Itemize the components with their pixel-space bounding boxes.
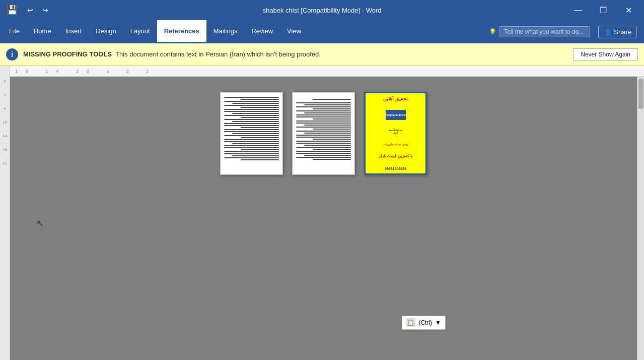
- undo-redo-area: ↩ ↪: [23, 3, 52, 17]
- tab-home[interactable]: Home: [27, 20, 58, 43]
- document-area: ↖: [10, 77, 637, 360]
- save-button[interactable]: 💾: [4, 2, 20, 18]
- notification-text: MISSING PROOFING TOOLS This document con…: [23, 50, 321, 58]
- info-icon: i: [6, 48, 18, 61]
- ad-price-text: با کمترین قیمت بازار: [379, 154, 412, 158]
- ad-page-content: تحقیق آنلاین Tahghighonline.ir مرجع دانل…: [366, 93, 425, 173]
- search-icon: 💡: [489, 28, 496, 35]
- undo-button[interactable]: ↩: [23, 3, 37, 17]
- vertical-scrollbar[interactable]: [637, 77, 644, 360]
- tab-review[interactable]: Review: [244, 20, 280, 43]
- paste-ctrl-label: (Ctrl): [418, 319, 432, 326]
- paste-options-popup: 📋 (Ctrl) ▼: [402, 316, 446, 330]
- mouse-cursor: ↖: [36, 218, 44, 229]
- ad-subtitle-1: مرجع دانلـــودفایل: [389, 128, 402, 134]
- tab-references[interactable]: References: [157, 20, 206, 43]
- page-thumbnail-1: [220, 92, 283, 175]
- main-area: 2 2 6 10 14 18 22 ↖: [0, 77, 644, 360]
- page-content-2: [293, 93, 354, 174]
- share-button[interactable]: 👤 Share: [598, 26, 637, 38]
- tab-view[interactable]: View: [280, 20, 308, 43]
- minimize-button[interactable]: —: [566, 2, 590, 18]
- document-title: shabek chist [Compatibility Mode] - Word: [262, 7, 381, 14]
- restore-button[interactable]: ❐: [592, 2, 615, 18]
- ad-logo: Tahghighonline.ir: [386, 110, 406, 120]
- vertical-ruler: 2 2 6 10 14 18 22: [0, 77, 10, 360]
- horizontal-ruler: 18 14 10 6 2 2: [0, 66, 644, 77]
- title-bar-left: 💾 ↩ ↪: [4, 2, 52, 18]
- paste-ctrl-icon: 📋: [406, 318, 415, 327]
- ad-phone-number: 09981366624: [385, 167, 406, 170]
- ruler-corner: [0, 66, 10, 77]
- tab-design[interactable]: Design: [89, 20, 123, 43]
- redo-button[interactable]: ↪: [38, 3, 52, 17]
- tab-layout[interactable]: Layout: [123, 20, 157, 43]
- page-thumbnail-2: [292, 92, 355, 175]
- page-content-1: [221, 93, 282, 174]
- search-input[interactable]: [499, 26, 590, 37]
- tab-file[interactable]: File: [2, 20, 27, 43]
- title-bar: 💾 ↩ ↪ shabek chist [Compatibility Mode] …: [0, 0, 644, 20]
- page-thumbnail-3: تحقیق آنلاین Tahghighonline.ir مرجع دانل…: [364, 92, 427, 175]
- tab-mailings[interactable]: Mailings: [206, 20, 245, 43]
- ad-subtitle-2: ورد-پی دی اف- پاورپوینت: [383, 143, 408, 146]
- pages-row: تحقیق آنلاین Tahghighonline.ir مرجع دانل…: [220, 92, 427, 175]
- close-button[interactable]: ✕: [617, 2, 640, 18]
- tab-insert[interactable]: Insert: [58, 20, 89, 43]
- never-show-button[interactable]: Never Show Again: [573, 48, 638, 61]
- ad-main-title: تحقیق آنلاین: [383, 96, 408, 101]
- notification-bar: i MISSING PROOFING TOOLS This document c…: [0, 43, 644, 66]
- person-icon: 👤: [604, 28, 612, 36]
- ribbon-search-area: 💡: [489, 20, 594, 43]
- scroll-thumb[interactable]: [638, 79, 643, 109]
- paste-dropdown-arrow[interactable]: ▼: [435, 319, 441, 326]
- ruler-marks: 18 14 10 6 2 2: [10, 69, 157, 74]
- ribbon: File Home Insert Design Layout Reference…: [0, 20, 644, 43]
- window-controls: — ❐ ✕: [566, 2, 640, 18]
